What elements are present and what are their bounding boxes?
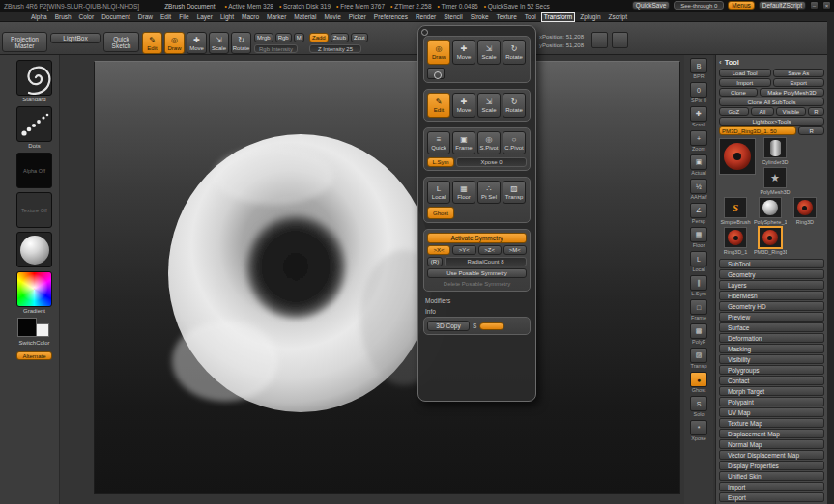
focal-shift-icon[interactable]: [612, 32, 628, 48]
edit-mode-button[interactable]: ⇲ Scale: [477, 93, 501, 118]
right-shelf-item[interactable]: B BPR: [690, 58, 707, 79]
tool-thumbnail[interactable]: PM3D_Ring3D: [754, 227, 787, 257]
subpalette-header[interactable]: Deformation: [719, 333, 824, 343]
subpalette-header[interactable]: FiberMesh: [719, 291, 824, 300]
subpalette-header[interactable]: Masking: [719, 344, 824, 353]
texture-selector[interactable]: Texture Off: [16, 192, 52, 228]
z-intensity-slider[interactable]: Z Intensity 25: [309, 44, 361, 53]
display-tool-button[interactable]: L Local: [427, 181, 450, 204]
active-tool-slider[interactable]: PM3D_Ring3D_1. 50: [719, 126, 796, 135]
save-as-button[interactable]: Save As: [773, 69, 825, 77]
subpalette-header[interactable]: Geometry HD: [719, 301, 824, 311]
subpalette-header[interactable]: Texture Map: [719, 418, 824, 428]
lightbox-button[interactable]: LightBox: [50, 33, 101, 43]
menu-item[interactable]: Light: [218, 13, 236, 21]
paint-mode-button[interactable]: M: [294, 33, 304, 42]
subpalette-header[interactable]: Displacement Map: [719, 429, 824, 438]
edit-mode-button[interactable]: ✎ Edit: [427, 93, 450, 118]
right-shelf-item[interactable]: ▦ Floor: [690, 227, 707, 248]
tool-thumbnail[interactable]: Ring3D: [789, 197, 821, 227]
mode-button[interactable]: ✎ Edit: [142, 32, 162, 54]
radial-toggle-button[interactable]: (R): [427, 257, 443, 266]
display-tool-button[interactable]: ▦ Floor: [452, 181, 475, 204]
radial-count-slider[interactable]: RadialCount 8: [445, 257, 527, 266]
right-shelf-item[interactable]: * Xpose: [690, 420, 707, 441]
right-shelf-item[interactable]: ∥ L.Sym: [690, 275, 707, 296]
copy-slider[interactable]: [479, 322, 504, 330]
menu-item[interactable]: Zscript: [607, 13, 630, 21]
right-shelf-item[interactable]: ∠ Persp: [690, 203, 707, 224]
subpalette-header[interactable]: Polygroups: [719, 365, 824, 375]
alpha-selector[interactable]: Alpha Off: [16, 153, 52, 188]
subpalette-header[interactable]: Import: [719, 482, 824, 491]
menu-item[interactable]: Macro: [240, 13, 261, 21]
alternate-button[interactable]: Alternate: [16, 351, 52, 360]
subpalette-header[interactable]: Morph Target: [719, 386, 824, 396]
subpalette-header[interactable]: SubTool: [719, 259, 824, 268]
edit-mode-button[interactable]: ✚ Move: [452, 93, 475, 118]
menu-item[interactable]: Edit: [158, 13, 173, 21]
info-section-label[interactable]: Info: [425, 308, 531, 315]
gyro-mode-button[interactable]: ✚ Move: [452, 40, 475, 65]
mode-button[interactable]: ✚ Move: [187, 32, 207, 54]
menu-item[interactable]: Zplugin: [578, 13, 602, 21]
right-shelf-item[interactable]: S Solo: [690, 396, 707, 417]
subpalette-header[interactable]: Polypaint: [719, 397, 824, 406]
minimize-icon[interactable]: [810, 1, 819, 10]
import-button[interactable]: Import: [719, 78, 771, 87]
delete-posable-symmetry-button[interactable]: Delete Posable Symmetry: [427, 280, 527, 288]
menu-item[interactable]: Stencil: [442, 13, 465, 21]
activate-symmetry-button[interactable]: Activate Symmetry: [427, 233, 527, 243]
color-picker[interactable]: [16, 271, 52, 307]
right-shelf-item[interactable]: ▨ Transp: [690, 348, 707, 369]
lightbox-tools-button[interactable]: Lightbox>Tools: [719, 117, 824, 126]
pose-tool-button[interactable]: ▣ Frame: [452, 131, 475, 154]
paint-mode-button[interactable]: Rgb: [275, 33, 292, 42]
pose-tool-button[interactable]: ≡ Quick: [427, 131, 450, 154]
subpalette-header[interactable]: Surface: [719, 322, 824, 332]
subpalette-header[interactable]: Geometry: [719, 269, 824, 279]
quick-sketch-button[interactable]: Quick Sketch: [103, 32, 139, 52]
slider-r-button[interactable]: R: [798, 126, 824, 135]
modifiers-section-label[interactable]: Modifiers: [425, 297, 531, 304]
menu-item[interactable]: Brush: [53, 13, 73, 21]
camera-icon[interactable]: [427, 68, 445, 79]
menu-item[interactable]: Movie: [322, 13, 342, 21]
menu-item[interactable]: Render: [414, 13, 438, 21]
pose-tool-button[interactable]: ○ C.Pivot: [503, 131, 526, 154]
copy-3d-button[interactable]: 3D Copy: [427, 321, 470, 331]
tool-thumbnail[interactable]: ★ PolyMesh3D: [759, 167, 791, 197]
menu-item[interactable]: Marker: [265, 13, 288, 21]
symmetry-axis-button[interactable]: >M<: [503, 245, 527, 255]
symmetry-axis-button[interactable]: >Y<: [452, 245, 475, 255]
main-color-swatch[interactable]: [17, 318, 37, 337]
mode-button[interactable]: ◎ Draw: [164, 32, 185, 54]
brush-selector[interactable]: [16, 60, 52, 96]
document-canvas[interactable]: [94, 61, 680, 494]
rgb-intensity-slider[interactable]: Rgb Intensity: [254, 44, 298, 53]
export-button[interactable]: Export: [773, 78, 825, 87]
goz-button[interactable]: GoZ: [719, 107, 749, 116]
switch-color-widget[interactable]: [16, 318, 52, 339]
close-icon[interactable]: [822, 1, 831, 10]
right-shelf-item[interactable]: □ Frame: [690, 299, 707, 321]
menu-item[interactable]: Layer: [195, 13, 215, 21]
goz-all-button[interactable]: All: [751, 107, 774, 116]
right-edge-tray[interactable]: [827, 12, 834, 504]
xpose-slider[interactable]: Xpose 0: [456, 157, 527, 167]
right-shelf-item[interactable]: ▩ PolyF: [690, 323, 707, 345]
clone-all-subtools-button[interactable]: Clone All SubTools: [719, 98, 824, 106]
menu-item[interactable]: Document: [100, 13, 132, 21]
draw-size-icon[interactable]: [591, 32, 608, 48]
local-symmetry-button[interactable]: L.Sym: [427, 157, 454, 167]
menu-item[interactable]: Tool: [523, 13, 538, 21]
menu-item[interactable]: Draw: [136, 13, 155, 21]
paint-mode-button[interactable]: Mrgb: [254, 33, 273, 42]
right-shelf-item[interactable]: + Zoom: [690, 130, 707, 152]
menu-item[interactable]: File: [177, 13, 190, 21]
menus-toggle[interactable]: Menus: [728, 1, 755, 10]
sculpt-mode-button[interactable]: Zadd: [309, 33, 329, 42]
menu-item[interactable]: Material: [292, 13, 318, 21]
projection-master-button[interactable]: Projection Master: [2, 32, 47, 52]
secondary-color-swatch[interactable]: [36, 323, 49, 337]
